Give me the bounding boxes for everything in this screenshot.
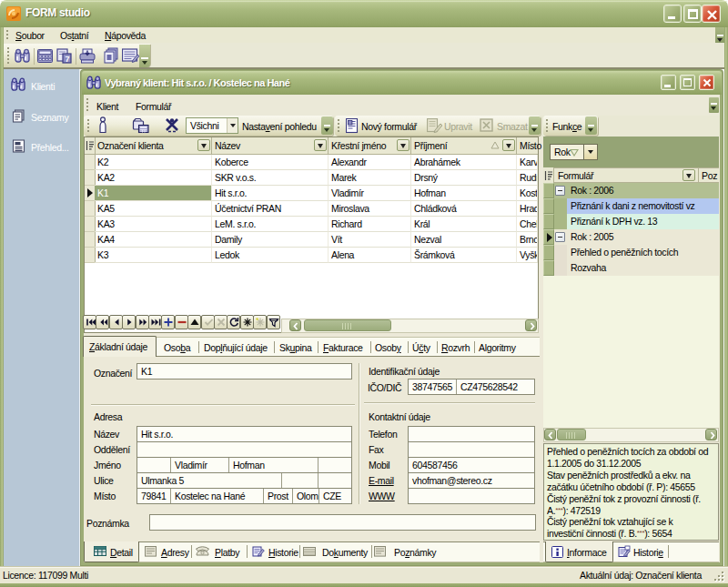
svg-text:7: 7: [65, 55, 69, 64]
